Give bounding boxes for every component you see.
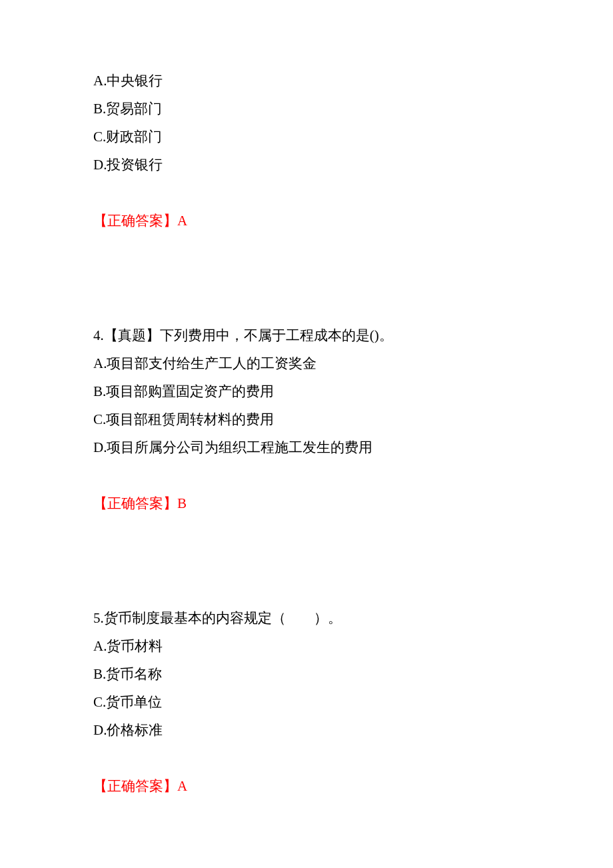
answer-value: A [177,778,187,794]
choice-a: A.中央银行 [93,67,533,95]
answer-label: 【正确答案】 [93,495,177,511]
answer-label: 【正确答案】 [93,213,177,229]
choice-c: C.项目部租赁周转材料的费用 [93,405,533,433]
choice-c: C.财政部门 [93,123,533,151]
choice-c: C.货币单位 [93,688,533,716]
question-3-block: A.中央银行 B.贸易部门 C.财政部门 D.投资银行 【正确答案】A [93,67,533,235]
question-4-block: 4.【真题】下列费用中，不属于工程成本的是()。 A.项目部支付给生产工人的工资… [93,321,533,517]
correct-answer: 【正确答案】A [93,772,533,800]
answer-value: A [177,213,187,229]
choice-d: D.投资银行 [93,151,533,179]
question-stem: 5.货币制度最基本的内容规定（ ）。 [93,604,533,632]
correct-answer: 【正确答案】B [93,489,533,517]
choice-b: B.项目部购置固定资产的费用 [93,377,533,405]
question-stem: 4.【真题】下列费用中，不属于工程成本的是()。 [93,321,533,349]
answer-value: B [177,495,187,511]
choice-b: B.贸易部门 [93,95,533,123]
correct-answer: 【正确答案】A [93,207,533,235]
choice-b: B.货币名称 [93,660,533,688]
choice-a: A.货币材料 [93,632,533,660]
choice-d: D.价格标准 [93,716,533,744]
answer-label: 【正确答案】 [93,778,177,794]
choice-d: D.项目所属分公司为组织工程施工发生的费用 [93,433,533,461]
question-5-block: 5.货币制度最基本的内容规定（ ）。 A.货币材料 B.货币名称 C.货币单位 … [93,604,533,800]
choice-a: A.项目部支付给生产工人的工资奖金 [93,349,533,377]
